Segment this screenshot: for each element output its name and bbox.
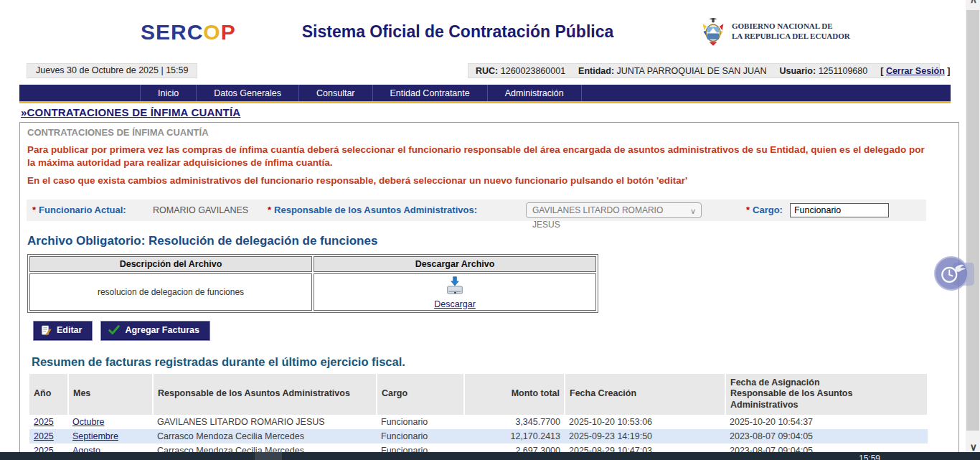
invoices-summary-table: AñoMesResponsable de los Asuntos Adminis… — [29, 374, 928, 460]
logo-text-gold: O — [203, 20, 220, 44]
year-link[interactable]: 2025 — [34, 417, 54, 427]
responsable-cell: GAVILANES LITARDO ROMARIO JESUS — [153, 415, 377, 429]
table-row: 2025OctubreGAVILANES LITARDO ROMARIO JES… — [29, 415, 928, 429]
nav-accent-bar — [19, 101, 951, 103]
month-link[interactable]: Octubre — [72, 417, 104, 427]
responsable-label: Responsable de los Asuntos Administrativ… — [274, 205, 477, 215]
resumen-header-row: AñoMesResponsable de los Asuntos Adminis… — [29, 374, 928, 415]
scroll-up-arrow-icon[interactable]: ∧ — [970, 0, 977, 5]
fecha-asignacion-cell: 2025-10-20 10:54:37 — [725, 415, 928, 429]
action-buttons: Editar Agregar Facturas — [34, 321, 958, 340]
funcionario-actual-label: Funcionario Actual: — [39, 205, 126, 215]
cargo-cell: Funcionario — [377, 415, 464, 429]
responsible-officer-form: * Funcionario Actual: ROMARIO GAVILANES … — [27, 200, 926, 221]
instruction-paragraph-2: En el caso que exista cambios administra… — [27, 174, 926, 187]
download-link[interactable]: Descargar — [314, 299, 595, 309]
edit-document-icon — [41, 325, 52, 336]
column-header: Fecha de Asignación Responsable de los A… — [725, 374, 928, 415]
required-marker: * — [746, 205, 750, 215]
content-panel: CONTRATACIONES DE ÍNFIMA CUANTÍA Para pu… — [19, 122, 959, 460]
bracket-open: [ — [880, 66, 883, 76]
bracket-close: ] — [947, 66, 950, 76]
required-marker: * — [268, 205, 271, 215]
scrollbar-thumb[interactable] — [966, 10, 979, 431]
download-icon[interactable] — [444, 275, 466, 296]
resumen-heading: Resumen de facturas registradas durante … — [32, 355, 958, 369]
session-info-bar: RUC: 1260023860001 Entidad: JUNTA PARROQ… — [468, 63, 940, 78]
monto-cell: 3,345.7700 — [464, 415, 565, 429]
ruc-label: RUC: — [476, 66, 498, 76]
column-header: Cargo — [377, 374, 464, 415]
fecha-creacion-cell: 2025-10-20 10:53:06 — [565, 415, 725, 429]
cargo-cell: Funcionario — [377, 429, 464, 443]
table-row: 2025SeptiembreCarrasco Mendoza Cecilia M… — [29, 429, 928, 443]
floating-clock-widget[interactable] — [934, 256, 973, 292]
logout-link[interactable]: Cerrar Sesión — [886, 66, 945, 76]
page-title: »CONTRATACIONES DE ÍNFIMA CUANTÍA — [21, 106, 240, 118]
usuario-value: 1251109680 — [819, 66, 868, 76]
entidad-label: Entidad: — [578, 66, 614, 76]
taskbar-clock: 15:59 — [859, 454, 880, 460]
logo-text-blue: SERC — [141, 20, 203, 44]
fecha-asignacion-cell: 2023-08-07 09:04:05 — [725, 429, 928, 443]
page-header-title: Sistema Oficial de Contratación Pública — [286, 22, 630, 42]
file-description: resolucion de delegacion de funciones — [29, 273, 312, 311]
nav-item-datos-generales[interactable]: Datos Generales — [196, 85, 298, 101]
fecha-creacion-cell: 2025-09-23 14:19:50 — [565, 429, 725, 443]
usuario-label: Usuario: — [779, 66, 816, 76]
agregar-button-label: Agregar Facturas — [125, 325, 199, 335]
required-marker: * — [32, 205, 36, 215]
main-navigation: InicioDatos GeneralesConsultarEntidad Co… — [19, 85, 951, 101]
nav-item-entidad-contratante[interactable]: Entidad Contratante — [372, 85, 487, 101]
column-header: Monto total — [464, 374, 565, 415]
logo-text-red: P — [221, 20, 236, 44]
nav-item-inicio[interactable]: Inicio — [140, 85, 196, 101]
column-header: Fecha Creación — [565, 374, 725, 415]
file-row: resolucion de delegacion de funciones De… — [29, 273, 596, 311]
column-header: Responsable de los Asuntos Administrativ… — [153, 374, 377, 415]
ecuador-coat-of-arms-icon — [700, 16, 726, 47]
responsable-cell: Carrasco Mendoza Cecilia Mercedes — [153, 429, 377, 443]
responsable-selected-value: GAVILANES LITARDO ROMARIO JESUS — [532, 205, 663, 230]
column-header: Mes — [68, 374, 153, 415]
government-logo-text: GOBIERNO NACIONAL DE LA REPUBLICA DEL EC… — [732, 22, 850, 42]
widget-circle — [934, 256, 969, 291]
agregar-facturas-button[interactable]: Agregar Facturas — [101, 321, 209, 340]
editar-button[interactable]: Editar — [34, 321, 92, 340]
government-logo: GOBIERNO NACIONAL DE LA REPUBLICA DEL EC… — [700, 16, 850, 47]
year-link[interactable]: 2025 — [34, 431, 54, 441]
taskbar-app-segment[interactable] — [255, 452, 282, 460]
gov-text-line2: LA REPUBLICA DEL ECUADOR — [732, 32, 850, 42]
datetime-display: Jueves 30 de Octubre de 2025 | 15:59 — [27, 63, 197, 78]
column-header-descargar: Descargar Archivo — [314, 256, 596, 272]
gov-text-line1: GOBIERNO NACIONAL DE — [732, 22, 850, 32]
editar-button-label: Editar — [57, 325, 82, 335]
column-header-descripcion: Descripción del Archivo — [29, 256, 312, 272]
column-header: Año — [29, 374, 68, 415]
ruc-value: 1260023860001 — [501, 66, 565, 76]
scroll-down-arrow-icon[interactable]: ∨ — [970, 441, 977, 453]
nav-item-administración[interactable]: Administración — [487, 85, 582, 101]
nav-menu: InicioDatos GeneralesConsultarEntidad Co… — [19, 85, 951, 101]
sercop-logo: SERCOP — [141, 20, 236, 44]
monto-cell: 12,170.2413 — [464, 429, 565, 443]
archivo-heading: Archivo Obligatorio: Resolución de deleg… — [27, 234, 958, 248]
funcionario-actual-value: ROMARIO GAVILANES — [153, 205, 268, 215]
checkmark-icon — [108, 325, 120, 335]
file-table: Descripción del Archivo Descargar Archiv… — [27, 254, 598, 313]
cargo-input[interactable] — [790, 203, 889, 217]
taskbar[interactable]: 15:59 — [0, 452, 980, 460]
instruction-paragraph-1: Para publicar por primera vez las compra… — [27, 144, 926, 169]
cargo-label: Cargo: — [753, 205, 783, 215]
responsable-select[interactable]: GAVILANES LITARDO ROMARIO JESUS ∨ — [526, 202, 702, 218]
vertical-scrollbar[interactable]: ∧ ∨ — [966, 0, 980, 460]
chevron-down-icon: ∨ — [690, 204, 696, 218]
month-link[interactable]: Septiembre — [72, 431, 118, 441]
entidad-value: JUNTA PARROQUIAL DE SAN JUAN — [617, 66, 767, 76]
nav-item-consultar[interactable]: Consultar — [298, 85, 372, 101]
winged-clock-icon — [937, 259, 966, 288]
panel-legend: CONTRATACIONES DE ÍNFIMA CUANTÍA — [27, 127, 958, 138]
